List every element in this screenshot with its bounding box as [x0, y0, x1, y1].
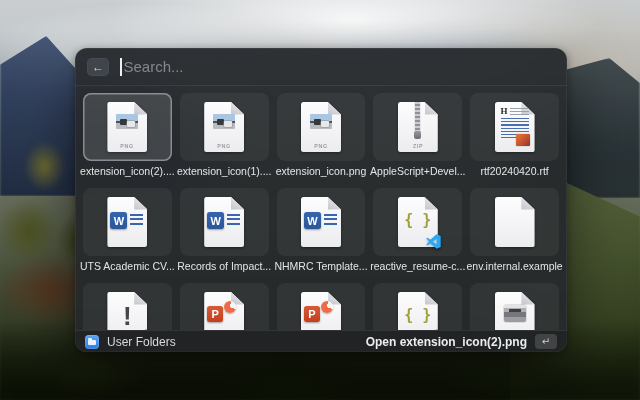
- pie-chart-icon: [321, 301, 333, 313]
- embedded-image: [516, 134, 530, 146]
- file-name: env.internal.example: [464, 259, 565, 273]
- file-item[interactable]: ZIP AppleScript+Devel...: [373, 93, 462, 179]
- file-item[interactable]: PNG extension_icon.png: [277, 93, 366, 179]
- word-document-icon: W: [107, 197, 147, 247]
- file-tile[interactable]: { }: [373, 283, 462, 330]
- file-item[interactable]: W NHMRC Template...: [277, 188, 366, 274]
- arrow-left-icon: ←: [92, 61, 104, 73]
- file-name: AppleScript+Devel...: [367, 164, 468, 178]
- file-grid: PNG extension_icon(2).... PNG extension_…: [75, 87, 567, 330]
- powerpoint-file-icon: P: [204, 292, 244, 330]
- word-logo-icon: W: [304, 212, 321, 229]
- json-vscode-file-icon: { }: [398, 197, 438, 247]
- file-tile[interactable]: W: [277, 188, 366, 256]
- file-item[interactable]: env.internal.example: [470, 188, 559, 274]
- word-logo-icon: W: [207, 212, 224, 229]
- file-tile[interactable]: PNG: [277, 93, 366, 161]
- file-tile[interactable]: W: [83, 188, 172, 256]
- printer-image-file-icon: [495, 292, 535, 330]
- file-tile[interactable]: [470, 188, 559, 256]
- file-item[interactable]: PNG extension_icon(1)....: [180, 93, 269, 179]
- photo-thumbnail: [116, 114, 138, 129]
- file-search-window: ← Search... PNG extension_icon(2).... PN…: [75, 48, 567, 352]
- png-file-icon: PNG: [301, 102, 341, 152]
- file-name: extension_icon(1)....: [174, 164, 275, 178]
- file-item[interactable]: !: [83, 283, 172, 330]
- return-key-icon[interactable]: ↵: [535, 334, 557, 349]
- search-input[interactable]: Search...: [124, 58, 184, 75]
- file-tile[interactable]: H: [470, 93, 559, 161]
- file-name: NHMRC Template...: [271, 259, 372, 273]
- search-bar: ← Search...: [75, 48, 567, 86]
- source-label: User Folders: [107, 335, 176, 349]
- rtf-document-icon: H: [495, 102, 535, 152]
- file-item[interactable]: P: [277, 283, 366, 330]
- footer-bar: User Folders Open extension_icon(2).png …: [75, 330, 567, 352]
- file-name: extension_icon.png: [271, 164, 372, 178]
- file-tile[interactable]: !: [83, 283, 172, 330]
- file-item[interactable]: PNG extension_icon(2)....: [83, 93, 172, 179]
- file-name: Records of Impact...: [174, 259, 275, 273]
- file-tile[interactable]: PNG: [83, 93, 172, 161]
- file-item[interactable]: [470, 283, 559, 330]
- primary-action-label[interactable]: Open extension_icon(2).png: [366, 335, 527, 349]
- zipper-icon: [415, 102, 420, 132]
- file-item[interactable]: { } reactive_resume-c...: [373, 188, 462, 274]
- file-tile[interactable]: ZIP: [373, 93, 462, 161]
- file-item[interactable]: { }: [373, 283, 462, 330]
- file-tile[interactable]: [470, 283, 559, 330]
- png-file-icon: PNG: [204, 102, 244, 152]
- text-cursor: [120, 58, 122, 76]
- file-tile[interactable]: { }: [373, 188, 462, 256]
- png-file-icon: PNG: [107, 102, 147, 152]
- photo-thumbnail: [310, 114, 332, 129]
- file-tile[interactable]: W: [180, 188, 269, 256]
- file-tile[interactable]: P: [180, 283, 269, 330]
- file-item[interactable]: H rtf20240420.rtf: [470, 93, 559, 179]
- powerpoint-logo-icon: P: [207, 306, 223, 322]
- zip-archive-icon: ZIP: [398, 102, 438, 152]
- word-document-icon: W: [301, 197, 341, 247]
- photo-thumbnail: [213, 114, 235, 129]
- file-tile[interactable]: PNG: [180, 93, 269, 161]
- file-name: reactive_resume-c...: [367, 259, 468, 273]
- file-item[interactable]: W Records of Impact...: [180, 188, 269, 274]
- blank-file-icon: [495, 197, 535, 247]
- back-button[interactable]: ←: [87, 58, 109, 76]
- word-logo-icon: W: [110, 212, 127, 229]
- word-document-icon: W: [204, 197, 244, 247]
- printer-thumbnail: [504, 305, 526, 322]
- file-name: UTS Academic CV...: [77, 259, 178, 273]
- return-glyph: ↵: [542, 337, 550, 347]
- exclamation-vscode-file-icon: !: [107, 292, 147, 330]
- file-name: rtf20240420.rtf: [464, 164, 565, 178]
- powerpoint-logo-icon: P: [304, 306, 320, 322]
- file-item[interactable]: P: [180, 283, 269, 330]
- user-folders-app-icon: [85, 335, 99, 349]
- file-name: extension_icon(2)....: [77, 164, 178, 178]
- file-item[interactable]: W UTS Academic CV...: [83, 188, 172, 274]
- powerpoint-file-icon: P: [301, 292, 341, 330]
- vscode-badge-icon: [426, 234, 441, 249]
- json-vscode-file-icon: { }: [398, 292, 438, 330]
- file-tile[interactable]: P: [277, 283, 366, 330]
